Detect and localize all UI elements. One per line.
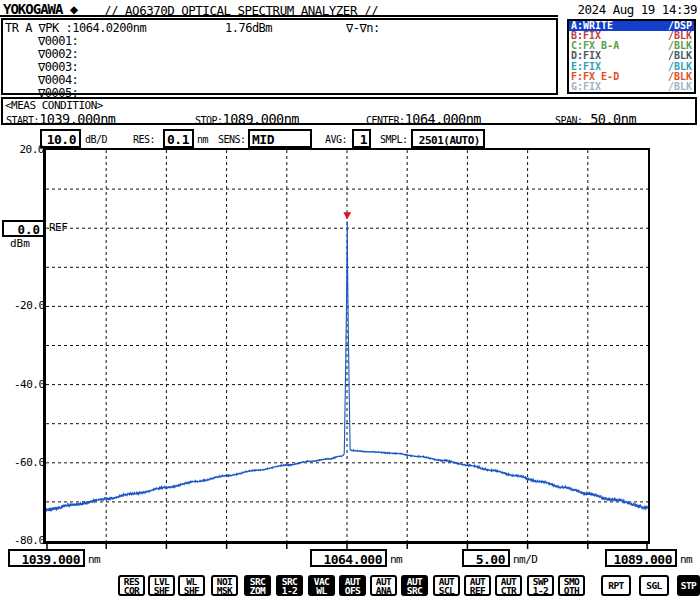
level-scale-unit: dB/D [85, 134, 107, 145]
trace-row-g[interactable]: G:FIX/BLK [569, 82, 694, 92]
x-center-unit: nm [390, 553, 402, 566]
soft-key-res-cor[interactable]: RESCOR [118, 575, 145, 596]
meas-value: 1064.000nm [405, 111, 481, 127]
y-tick-20.0: 20.0 [14, 143, 44, 156]
marker-slot-4: ∇0004: [38, 73, 78, 87]
meas-center: CENTER:1064.000nm [366, 109, 481, 125]
soft-key-aut-ref[interactable]: AUTREF [464, 575, 491, 596]
trace-display-state: /BLK [668, 51, 692, 61]
meas-value: 50.0nm [583, 111, 636, 127]
soft-key-aut-ctr[interactable]: AUTCTR [495, 575, 522, 596]
soft-key-smo-oth[interactable]: SMOOTH [558, 575, 585, 596]
trace-display-state: /BLK [668, 82, 692, 92]
peak-marker-icon [343, 212, 351, 219]
meas-stop: STOP:1089.000nm [195, 109, 299, 125]
soft-key-noi-msk[interactable]: NOIMSK [211, 575, 238, 596]
y-tick--40.0: -40.0 [14, 378, 44, 391]
meas-start: START:1039.000nm [6, 109, 115, 125]
x-start-unit: nm [88, 553, 100, 566]
soft-key-vac-wl[interactable]: VACWL [308, 575, 335, 596]
res-unit: nm [197, 134, 208, 145]
sens-label: SENS: [218, 134, 246, 145]
soft-key-aut-src[interactable]: AUTSRC [401, 575, 428, 596]
meas-label: STOP: [195, 115, 223, 126]
trace-list: A:WRITE/DSPB:FIX/BLKC:FX B-A/BLKD:FIX/BL… [567, 19, 696, 94]
res-value: 0.1 [163, 129, 194, 148]
ref-level-box: 0.0 [2, 220, 45, 237]
x-stop-value: 1089.000 [605, 549, 677, 567]
x-start-value: 1039.000 [8, 549, 85, 567]
datetime: 2024 Aug 19 14:39 [545, 2, 697, 17]
soft-key-aut-ana[interactable]: AUTANA [370, 575, 397, 596]
sens-value: MID [248, 129, 312, 148]
ref-line-label: REF [49, 221, 67, 234]
y-tick--20.0: -20.0 [14, 299, 44, 312]
marker-delta-header: ∇-∇n: [346, 21, 380, 35]
meas-label: CENTER: [366, 115, 405, 126]
trace-peak-readout: TR A ∇PK :1064.0200nm [5, 21, 146, 35]
soft-key-src-1-2[interactable]: SRC1-2 [276, 575, 303, 596]
header-divider [0, 15, 558, 17]
meas-value: 1089.000nm [223, 111, 299, 127]
spectrum-plot: REF [43, 148, 650, 544]
marker-slot-1: ∇0001: [38, 34, 78, 48]
soft-key-src-zom[interactable]: SRCZOM [244, 575, 271, 596]
marker-slot-3: ∇0003: [38, 60, 78, 74]
y-tick--60.0: -60.0 [14, 456, 44, 469]
trace-mode-label: D:FIX [571, 51, 601, 61]
soft-key-rpt[interactable]: RPT [601, 575, 631, 596]
soft-key-aut-ofs[interactable]: AUTOFS [339, 575, 366, 596]
smpl-value: 2501(AUTO) [411, 129, 485, 148]
meas-span: SPAN: 50.0nm [555, 109, 636, 125]
soft-key-swp-1-2[interactable]: SWP1-2 [527, 575, 554, 596]
x-center-value: 1064.000 [310, 549, 387, 567]
peak-level-readout: 1.76dBm [225, 21, 272, 35]
ref-level-unit: dBm [10, 237, 30, 250]
trace-info-panel: TR A ∇PK :1064.0200nm 1.76dBm ∇-∇n: ∇000… [1, 18, 558, 95]
x-div-unit: nm/D [513, 553, 538, 566]
y-tick--80.0: -80.0 [14, 534, 44, 547]
osa-screen: YOKOGAWA ◆ // AQ6370D OPTICAL SPECTRUM A… [0, 0, 700, 600]
soft-key-sgl[interactable]: SGL [639, 575, 669, 596]
res-label: RES: [133, 134, 155, 145]
trace-mode-label: G:FIX [571, 82, 601, 92]
level-scale-value: 10.0 [40, 129, 81, 148]
x-stop-unit: nm [680, 553, 692, 566]
soft-key-aut-scl[interactable]: AUTSCL [433, 575, 460, 596]
smpl-label: SMPL: [380, 134, 408, 145]
avg-value: 1 [352, 129, 371, 148]
soft-key-lvl-shf[interactable]: LVLSHF [148, 575, 175, 596]
meas-label: SPAN: [555, 115, 583, 126]
marker-slot-2: ∇0002: [38, 47, 78, 61]
x-div-value: 5.00 [462, 549, 510, 567]
avg-label: AVG: [325, 134, 347, 145]
spectrum-trace-svg [46, 150, 648, 541]
meas-label: START: [6, 115, 39, 126]
meas-condition-panel: <MEAS CONDITION> START:1039.000nmSTOP:10… [1, 97, 697, 125]
soft-key-wl-shf[interactable]: WLSHF [178, 575, 205, 596]
soft-key-stp[interactable]: STP [677, 575, 700, 596]
meas-value: 1039.000nm [39, 111, 115, 127]
